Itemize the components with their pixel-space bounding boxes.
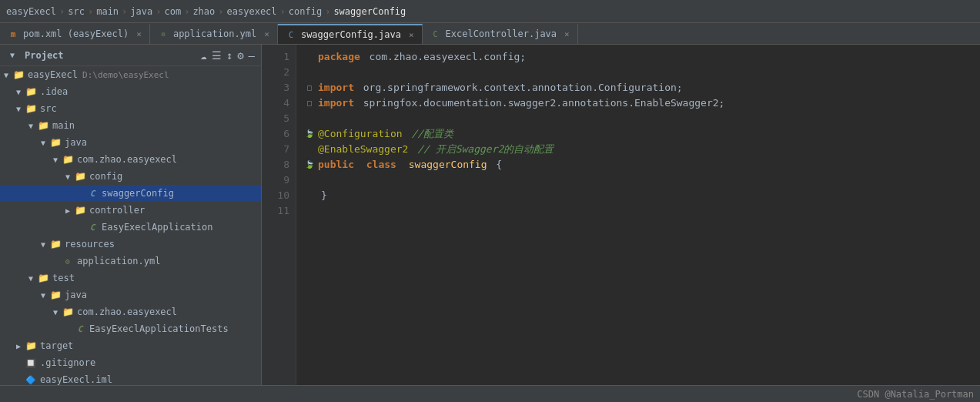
tree-item-java-test[interactable]: ▼ 📁 java	[0, 286, 261, 303]
tree-label-controller: controller	[89, 205, 145, 216]
arrow-java-test: ▼	[37, 289, 49, 301]
folder-main-icon: 📁	[37, 119, 49, 132]
tree-item-idea[interactable]: ▼ 📁 .idea	[0, 83, 261, 100]
tab-excelcontroller[interactable]: C ExcelController.java ×	[423, 24, 578, 44]
tree-label-iml: easyExecl.iml	[40, 374, 112, 385]
project-arrow[interactable]: ▼	[6, 49, 18, 62]
folder-java-main-icon: 📁	[49, 136, 62, 149]
tab-application-close[interactable]: ×	[264, 29, 269, 39]
java-blue-icon: C	[286, 29, 296, 40]
file-application-yml-icon: ⚙	[62, 255, 74, 267]
tree-item-com-zhao[interactable]: ▼ 📁 com.zhao.easyexecl	[0, 151, 261, 168]
file-easyapplication-icon: C	[86, 221, 99, 233]
fold-3: □	[304, 80, 315, 95]
tree-item-config[interactable]: ▼ 📁 config	[0, 168, 261, 185]
arrow-controller: ▶	[62, 204, 74, 216]
folder-config-icon: 📁	[74, 170, 86, 183]
tree-item-resources[interactable]: ▼ 📁 resources	[0, 236, 261, 253]
tree-item-application-yml[interactable]: ⚙ application.yml	[0, 253, 261, 270]
folder-controller-icon: 📁	[74, 204, 86, 216]
folder-src-icon: 📁	[25, 102, 37, 115]
arrow-swaggerconfig	[74, 187, 86, 199]
tree-label-gitignore: .gitignore	[40, 357, 95, 368]
tree-item-easyapplication[interactable]: C EasyExeclApplication	[0, 219, 261, 236]
tree-item-controller[interactable]: ▶ 📁 controller	[0, 202, 261, 219]
tree-label-resources: resources	[65, 239, 115, 250]
code-line-4: □ import springfox.documentation.swagger…	[304, 95, 972, 111]
sidebar-icon-list[interactable]: ☰	[212, 49, 222, 62]
tree-item-apptests[interactable]: C EasyExeclApplicationTests	[0, 320, 261, 337]
arrow-resources: ▼	[37, 238, 49, 250]
folder-java-test-icon: 📁	[49, 289, 62, 301]
sidebar-toolbar: ☁ ☰ ↕ ⚙ —	[200, 49, 255, 62]
code-line-10: }	[304, 188, 972, 203]
arrow-idea: ▼	[12, 85, 25, 98]
tree-path-easyexecl: D:\demo\easyExecl	[82, 70, 169, 80]
tree-item-iml[interactable]: 🔷 easyExecl.iml	[0, 371, 261, 385]
sidebar-icon-cloud[interactable]: ☁	[200, 49, 206, 62]
folder-target-icon: 📁	[25, 340, 37, 352]
sidebar-icon-sort[interactable]: ↕	[226, 49, 232, 62]
code-line-5	[304, 111, 972, 126]
tree-item-test[interactable]: ▼ 📁 test	[0, 270, 261, 286]
tab-swaggerconfig-close[interactable]: ×	[409, 30, 414, 40]
arrow-src: ▼	[12, 102, 25, 115]
tree-item-easyexecl[interactable]: ▼ 📁 easyExecl D:\demo\easyExecl	[0, 66, 261, 83]
editor-area: 1 2 3 4 5 6 7 8 9 10 11 package com.zhao…	[262, 45, 980, 385]
tree-item-java-main[interactable]: ▼ 📁 java	[0, 134, 261, 151]
folder-idea-icon: 📁	[25, 85, 37, 98]
status-bar: CSDN @Natalia_Portman	[0, 385, 980, 402]
arrow-config: ▼	[62, 170, 74, 183]
file-swaggerconfig-icon: C	[86, 187, 99, 199]
tab-swaggerconfig[interactable]: C swaggerConfig.java ×	[278, 24, 423, 44]
tree-item-swaggerconfig[interactable]: C swaggerConfig	[0, 185, 261, 202]
tree-item-main[interactable]: ▼ 📁 main	[0, 117, 261, 134]
tree-item-target[interactable]: ▶ 📁 target	[0, 337, 261, 354]
tree-label-src: src	[40, 103, 57, 114]
arrow-easyexecl: ▼	[0, 69, 12, 81]
tab-excelcontroller-close[interactable]: ×	[564, 29, 570, 39]
folder-com-zhao-icon: 📁	[62, 153, 74, 166]
arrow-java-main: ▼	[37, 136, 49, 149]
code-line-2	[304, 65, 972, 80]
tab-application-label: application.yml	[173, 28, 256, 39]
line-numbers: 1 2 3 4 5 6 7 8 9 10 11	[262, 45, 296, 385]
folder-resources-icon: 📁	[49, 238, 62, 250]
tab-swaggerconfig-label: swaggerConfig.java	[301, 29, 401, 40]
yaml-icon: ⚙	[158, 28, 169, 39]
code-line-11	[304, 203, 972, 219]
tree-label-com-zhao: com.zhao.easyexecl	[77, 154, 177, 165]
tab-pom-label: pom.xml (easyExecl)	[23, 28, 129, 39]
sidebar-title: Project	[25, 50, 64, 61]
tree-label-application-yml: application.yml	[77, 256, 160, 266]
code-line-6: 🍃 @Configuration //配置类	[304, 126, 972, 142]
code-line-3: □ import org.springframework.context.ann…	[304, 80, 972, 95]
code-area[interactable]: package com.zhao.easyexecl.config; □ imp…	[296, 45, 980, 385]
file-iml-icon: 🔷	[25, 374, 37, 385]
code-line-9	[304, 173, 972, 188]
arrow-com-zhao: ▼	[49, 153, 62, 166]
arrow-com-zhao-test: ▼	[49, 306, 62, 318]
tree-item-com-zhao-test[interactable]: ▼ 📁 com.zhao.easyexecl	[0, 303, 261, 320]
tree-label-idea: .idea	[40, 86, 68, 97]
tab-bar: m pom.xml (easyExecl) × ⚙ application.ym…	[0, 23, 980, 45]
tree-label-apptests: EasyExeclApplicationTests	[89, 323, 229, 334]
arrow-application-yml	[49, 255, 62, 267]
tree-item-src[interactable]: ▼ 📁 src	[0, 100, 261, 117]
tree-label-com-zhao-test: com.zhao.easyexecl	[77, 307, 177, 317]
tree-label-target: target	[40, 340, 73, 351]
sidebar-icon-minimize[interactable]: —	[249, 49, 255, 62]
sidebar-icon-gear[interactable]: ⚙	[237, 49, 243, 62]
tree-label-java-test: java	[65, 290, 87, 300]
tree-label-config: config	[89, 171, 122, 182]
tree-item-gitignore[interactable]: 🔲 .gitignore	[0, 354, 261, 371]
tab-pom-close[interactable]: ×	[136, 29, 142, 39]
folder-test-icon: 📁	[37, 272, 49, 284]
code-line-8: 🍃 public class swaggerConfig {	[304, 157, 972, 173]
tab-pom[interactable]: m pom.xml (easyExecl) ×	[0, 24, 150, 44]
tab-application[interactable]: ⚙ application.yml ×	[150, 24, 278, 44]
arrow-gitignore	[12, 357, 25, 369]
folder-com-zhao-test-icon: 📁	[62, 306, 74, 318]
main-content: ▼ Project ☁ ☰ ↕ ⚙ — ▼ 📁 easyExecl D:\dem…	[0, 45, 980, 385]
file-apptests-icon: C	[74, 323, 86, 335]
